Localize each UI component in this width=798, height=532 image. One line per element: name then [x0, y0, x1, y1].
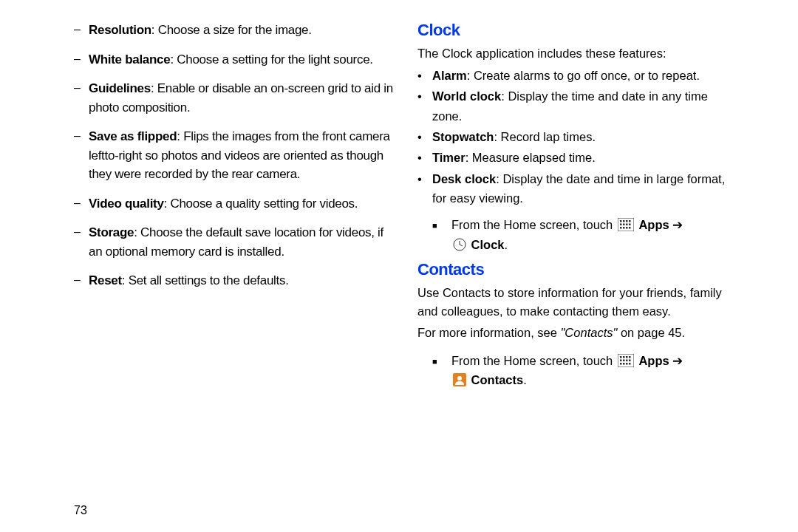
nav-text: From the Home screen, touch Apps ➔	[451, 215, 739, 254]
feature-term: Alarm	[432, 69, 467, 82]
feature-item: • Timer: Measure elapsed time.	[417, 148, 739, 167]
contacts-icon	[453, 372, 466, 386]
svg-rect-24	[629, 359, 631, 361]
right-column: Clock The Clock application includes the…	[410, 21, 768, 517]
setting-text: Resolution: Choose a size for the image.	[89, 21, 395, 40]
svg-rect-22	[623, 359, 625, 361]
svg-rect-18	[623, 356, 625, 358]
clock-intro: The Clock application includes these fea…	[417, 44, 739, 63]
setting-text: White balance: Choose a setting for the …	[89, 50, 395, 69]
setting-term: Guidelines	[89, 81, 151, 95]
nav-target-label: Contacts	[471, 373, 524, 386]
svg-rect-27	[626, 363, 628, 365]
apps-grid-icon	[618, 217, 634, 231]
dash-bullet: –	[74, 271, 89, 290]
nav-arrow: ➔	[672, 218, 683, 231]
svg-rect-19	[626, 356, 628, 358]
svg-rect-21	[620, 359, 622, 361]
svg-rect-4	[629, 220, 631, 222]
svg-rect-6	[623, 224, 625, 226]
feature-desc: : Measure elapsed time.	[466, 151, 596, 164]
see-ref: "Contacts"	[561, 326, 618, 339]
setting-term: Save as flipped	[89, 129, 177, 143]
nav-text: From the Home screen, touch Apps ➔	[451, 351, 739, 390]
left-column: – Resolution: Choose a size for the imag…	[30, 21, 410, 517]
contacts-intro: Use Contacts to store information for yo…	[417, 284, 739, 321]
setting-item: – Storage: Choose the default save locat…	[74, 223, 395, 261]
feature-term: Desk clock	[432, 172, 496, 185]
dash-bullet: –	[74, 194, 89, 214]
svg-rect-28	[629, 363, 631, 365]
svg-rect-17	[620, 356, 622, 358]
feature-item: • Alarm: Create alarms to go off once, o…	[417, 66, 739, 85]
setting-text: Video quality: Choose a quality setting …	[89, 194, 395, 214]
contacts-see-also: For more information, see "Contacts" on …	[417, 324, 739, 342]
bullet-dot: •	[417, 169, 432, 208]
setting-item: – Reset: Set all settings to the default…	[74, 271, 395, 290]
svg-rect-26	[623, 363, 625, 365]
bullet-dot: •	[417, 148, 432, 167]
setting-term: Video quality	[89, 197, 164, 211]
feature-item: • World clock: Display the time and date…	[417, 86, 739, 126]
feature-text: Alarm: Create alarms to go off once, or …	[432, 66, 739, 85]
feature-desc: : Record lap times.	[494, 130, 596, 143]
feature-text: World clock: Display the time and date i…	[432, 86, 739, 126]
feature-text: Desk clock: Display the date and time in…	[432, 169, 739, 208]
svg-rect-3	[626, 220, 628, 222]
setting-term: Reset	[89, 273, 122, 287]
svg-rect-5	[620, 224, 622, 226]
svg-rect-9	[620, 227, 622, 229]
nav-instruction-contacts: ■ From the Home screen, touch Apps ➔	[432, 351, 739, 390]
nav-period: .	[505, 238, 508, 251]
feature-text: Stopwatch: Record lap times.	[432, 127, 739, 146]
nav-apps-label: Apps	[638, 218, 669, 231]
nav-arrow: ➔	[672, 354, 683, 367]
see-suffix: on page 45.	[617, 326, 685, 339]
nav-period: .	[523, 373, 527, 386]
setting-text: Reset: Set all settings to the defaults.	[89, 271, 395, 290]
setting-item: – Guidelines: Enable or disable an on-sc…	[74, 79, 395, 117]
dash-bullet: –	[74, 223, 89, 261]
setting-term: White balance	[89, 52, 170, 66]
nav-instruction-clock: ■ From the Home screen, touch Apps ➔	[432, 215, 739, 254]
svg-rect-1	[620, 220, 622, 222]
setting-desc: : Set all settings to the defaults.	[122, 273, 289, 287]
feature-term: World clock	[432, 89, 501, 103]
dash-bullet: –	[74, 50, 89, 69]
svg-rect-23	[626, 359, 628, 361]
see-prefix: For more information, see	[417, 326, 561, 339]
bullet-dot: •	[417, 86, 432, 126]
nav-prefix: From the Home screen, touch	[451, 354, 616, 367]
svg-rect-20	[629, 356, 631, 358]
setting-text: Save as flipped: Flips the images from t…	[89, 127, 395, 184]
setting-item: – Resolution: Choose a size for the imag…	[74, 21, 395, 40]
apps-grid-icon	[618, 353, 634, 366]
setting-desc: : Choose a setting for the light source.	[170, 52, 372, 66]
setting-term: Resolution	[89, 23, 151, 37]
square-bullet-icon: ■	[432, 215, 451, 233]
setting-text: Storage: Choose the default save locatio…	[89, 223, 395, 261]
svg-rect-7	[626, 224, 628, 226]
svg-rect-12	[629, 227, 631, 229]
dash-bullet: –	[74, 127, 89, 184]
setting-text: Guidelines: Enable or disable an on-scre…	[89, 79, 395, 117]
dash-bullet: –	[74, 79, 89, 117]
svg-rect-10	[623, 227, 625, 229]
setting-item: – Save as flipped: Flips the images from…	[74, 127, 395, 184]
svg-rect-8	[629, 224, 631, 226]
nav-apps-label: Apps	[638, 354, 669, 367]
feature-item: • Desk clock: Display the date and time …	[417, 169, 739, 208]
setting-term: Storage	[89, 225, 134, 239]
setting-item: – White balance: Choose a setting for th…	[74, 50, 395, 69]
dash-bullet: –	[74, 21, 89, 40]
page-number: 73	[74, 504, 395, 517]
section-heading-contacts: Contacts	[417, 260, 739, 279]
feature-text: Timer: Measure elapsed time.	[432, 148, 739, 167]
manual-page: – Resolution: Choose a size for the imag…	[0, 0, 798, 532]
nav-target-label: Clock	[471, 238, 505, 251]
feature-term: Timer	[432, 151, 466, 164]
bullet-dot: •	[417, 127, 432, 146]
clock-icon	[453, 237, 466, 250]
section-heading-clock: Clock	[417, 21, 739, 40]
svg-point-30	[457, 376, 462, 381]
